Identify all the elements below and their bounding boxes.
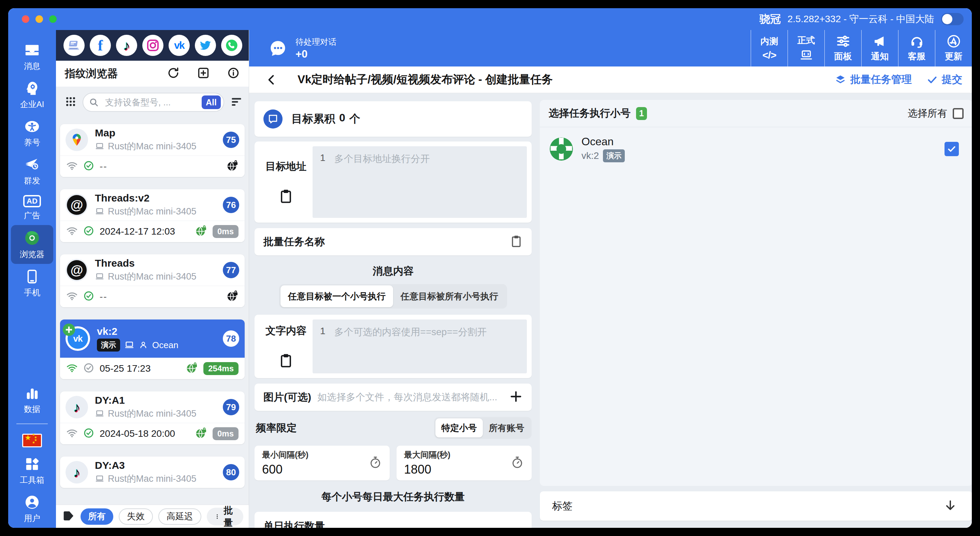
- frequency-option-specific[interactable]: 特定小号: [435, 419, 483, 438]
- target-total-label: 目标累积: [291, 111, 335, 127]
- profile-last-check: --: [100, 161, 108, 172]
- website-platform-icon[interactable]: [64, 35, 84, 56]
- back-button[interactable]: [266, 74, 278, 86]
- select-all-label: 选择所有: [908, 107, 947, 121]
- proxy-globe-icon[interactable]: [226, 290, 239, 303]
- page-title: Vk定时给帖子/视频/短视频发布评论 - 创建批量任务: [298, 72, 553, 87]
- refresh-icon[interactable]: [167, 67, 180, 81]
- info-icon[interactable]: [227, 67, 240, 81]
- panel-button[interactable]: 面板: [824, 30, 861, 67]
- filter-all-button[interactable]: 所有: [81, 508, 113, 525]
- minimize-window-button[interactable]: [35, 15, 43, 23]
- instagram-platform-icon[interactable]: [142, 35, 164, 56]
- pending-chats-button[interactable]: 待处理对话 +0: [268, 36, 336, 60]
- proxy-globe-icon[interactable]: [195, 225, 207, 238]
- min-interval-card[interactable]: 最小间隔(秒) 600: [255, 446, 390, 480]
- latency-badge: 0ms: [213, 225, 239, 238]
- profile-last-check: 2024-12-17 12:03: [100, 226, 175, 237]
- support-button[interactable]: 客服: [898, 30, 935, 67]
- exec-mode-option-all[interactable]: 任意目标被所有小号执行: [393, 285, 506, 307]
- sidebar-item-enterprise-ai[interactable]: 企业AI: [11, 76, 53, 114]
- browser-icon: [24, 230, 40, 246]
- proxy-globe-icon[interactable]: [226, 160, 239, 173]
- target-address-card: 目标地址 1 多个目标地址换行分开: [255, 141, 531, 223]
- profile-card-threads[interactable]: @ Threads Rust的Mac mini-3405 77 --: [60, 254, 245, 307]
- daily-max-title: 每个小号每日最大任务执行数量: [255, 490, 531, 504]
- sort-icon[interactable]: [230, 95, 243, 109]
- sliders-icon: [836, 34, 850, 48]
- wifi-icon: [66, 290, 78, 303]
- tiktok-platform-icon[interactable]: ♪: [116, 35, 137, 56]
- sidebar-item-browser[interactable]: 浏览器: [11, 225, 53, 264]
- batch-task-manage-link[interactable]: 批量任务管理: [835, 73, 912, 87]
- megaphone-icon: [873, 34, 887, 48]
- frequency-option-all[interactable]: 所有账号: [483, 419, 530, 438]
- filter-invalid-button[interactable]: 失效: [119, 508, 153, 525]
- sidebar-item-data[interactable]: 数据: [11, 381, 53, 419]
- beta-channel-button[interactable]: 内测 </>: [751, 30, 788, 67]
- vk-platform-icon[interactable]: vk: [169, 35, 190, 56]
- task-name-label: 批量任务名称: [263, 235, 325, 249]
- tiktok-icon: ♪: [65, 396, 88, 419]
- close-window-button[interactable]: [22, 15, 29, 23]
- grid-view-icon[interactable]: [65, 96, 76, 109]
- submit-button[interactable]: 提交: [927, 73, 962, 87]
- profile-card-map[interactable]: Map Rust的Mac mini-3405 75 --: [60, 124, 245, 177]
- image-hint: 如选择多个文件，每次消息发送都将随机...: [317, 391, 503, 404]
- proxy-globe-icon[interactable]: [186, 362, 198, 376]
- filter-high-latency-button[interactable]: 高延迟: [158, 508, 201, 525]
- tags-bar[interactable]: 标签: [540, 491, 972, 521]
- tag-icon[interactable]: [61, 509, 75, 524]
- code-icon: </>: [762, 49, 776, 61]
- add-profile-icon[interactable]: [197, 67, 210, 81]
- account-row-ocean[interactable]: Ocean vk:2 演示: [540, 127, 972, 162]
- max-interval-card[interactable]: 最大间隔(秒) 1800: [396, 446, 531, 480]
- send-clock-icon: [24, 157, 40, 173]
- expand-down-icon[interactable]: [944, 499, 957, 513]
- sidebar-item-language-flag[interactable]: ★★★★★: [11, 429, 53, 452]
- profile-card-threads-v2[interactable]: @ Threads:v2 Rust的Mac mini-3405 76 2024-…: [60, 189, 245, 242]
- theme-toggle[interactable]: [941, 13, 964, 25]
- target-total-unit: 个: [349, 111, 360, 127]
- stable-channel-button[interactable]: 正式: [788, 30, 824, 67]
- batch-actions-button[interactable]: 批量: [207, 508, 243, 525]
- sidebar-item-user[interactable]: 用户: [11, 490, 53, 528]
- sidebar-item-phone[interactable]: 手机: [11, 264, 53, 302]
- sidebar-item-nurture[interactable]: 养号: [11, 114, 53, 152]
- clipboard-paste-icon[interactable]: [278, 189, 293, 205]
- task-name-card[interactable]: 批量任务名称: [255, 228, 531, 255]
- profile-device: Rust的Mac mini-3405: [108, 270, 197, 283]
- profile-card-dy-a1[interactable]: ♪ DY:A1 Rust的Mac mini-3405 79 2024-05-18…: [60, 392, 245, 444]
- twitter-platform-icon[interactable]: [195, 35, 216, 56]
- sidebar-item-messages[interactable]: 消息: [11, 38, 53, 76]
- tiktok-icon: ♪: [65, 461, 88, 484]
- target-address-label: 目标地址: [266, 160, 306, 174]
- profile-card-dy-a3[interactable]: ♪ DY:A3 Rust的Mac mini-3405 80: [60, 457, 245, 488]
- clipboard-paste-icon[interactable]: [510, 235, 523, 249]
- text-content-textarea[interactable]: 1 多个可选的内容使用==sep==分割开: [313, 319, 527, 373]
- select-all-checkbox[interactable]: [953, 108, 964, 119]
- add-image-button[interactable]: [509, 390, 523, 405]
- profile-card-vk2-selected[interactable]: vk vk:2 演示 Ocean 78: [60, 319, 245, 379]
- account-checkbox-checked[interactable]: [945, 142, 959, 156]
- update-button[interactable]: 更新: [935, 30, 972, 67]
- sidebar-item-mass-send[interactable]: 群发: [11, 152, 53, 190]
- clipboard-paste-icon[interactable]: [278, 353, 293, 369]
- platform-filter-row: f ♪ vk: [56, 30, 249, 61]
- sidebar-item-ads[interactable]: AD 广告: [11, 190, 53, 225]
- proxy-globe-icon[interactable]: [195, 427, 207, 441]
- zoom-window-button[interactable]: [49, 15, 57, 23]
- exec-mode-toggle: 任意目标被一个小号执行 任意目标被所有小号执行: [279, 284, 507, 309]
- profile-owner: Ocean: [152, 340, 178, 350]
- tags-label: 标签: [552, 499, 573, 513]
- notifications-button[interactable]: 通知: [861, 30, 898, 67]
- pending-count: +0: [296, 48, 336, 60]
- exec-mode-option-single[interactable]: 任意目标被一个小号执行: [280, 285, 393, 307]
- sidebar-item-toolbox[interactable]: 工具箱: [11, 452, 53, 490]
- search-scope-badge[interactable]: All: [202, 95, 221, 109]
- facebook-platform-icon[interactable]: f: [90, 35, 111, 56]
- target-address-textarea[interactable]: 1 多个目标地址换行分开: [313, 146, 527, 218]
- whatsapp-platform-icon[interactable]: [221, 35, 242, 56]
- target-chat-icon: [263, 109, 283, 128]
- daily-exec-card[interactable]: 单日执行数量: [255, 512, 531, 528]
